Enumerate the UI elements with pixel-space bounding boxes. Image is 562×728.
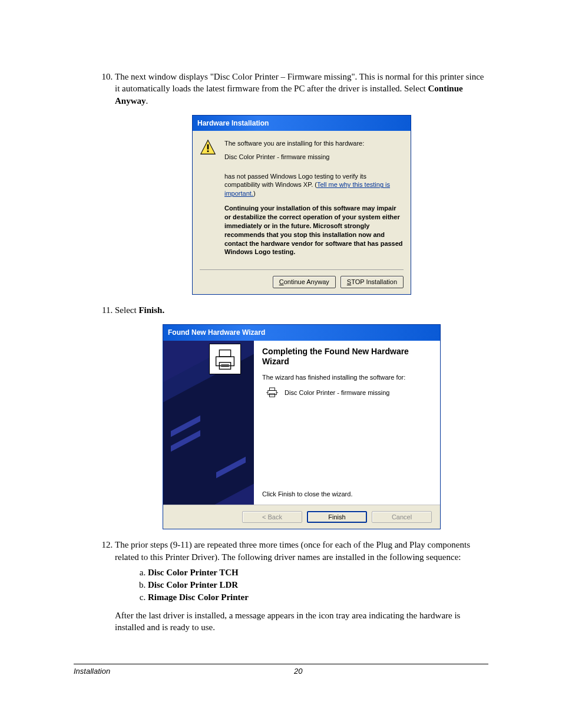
dialog1-line1: The software you are installing for this… xyxy=(224,139,404,148)
page-footer-area: Installation 20 . xyxy=(74,664,488,676)
svg-rect-9 xyxy=(270,388,275,391)
wizard-heading: Completing the Found New Hardware Wizard xyxy=(262,347,431,367)
step-10-after: . xyxy=(146,96,148,106)
dialog1-divider xyxy=(200,269,404,270)
dialog1-wrap: Hardware Installation The software you a… xyxy=(115,115,488,295)
sub-item-c: Rimage Disc Color Printer xyxy=(148,591,488,603)
sub-item-b: Disc Color Printer LDR xyxy=(148,579,488,591)
footer-section: Installation xyxy=(74,667,110,676)
dialog1-buttons: Continue Anyway STOP Installation xyxy=(200,276,404,288)
svg-rect-1 xyxy=(207,144,209,150)
step-12-sublist: Disc Color Printer TCH Disc Color Printe… xyxy=(115,566,488,604)
footer-page-number: 20 xyxy=(294,667,302,676)
hardware-installation-dialog: Hardware Installation The software you a… xyxy=(192,115,411,295)
dialog2-main: Completing the Found New Hardware Wizard… xyxy=(254,341,440,505)
step-12: The prior steps (9-11) are repeated thre… xyxy=(115,539,488,633)
dialog1-body: The software you are installing for this… xyxy=(193,131,411,266)
step-12-after: After the last driver is installed, a me… xyxy=(115,611,460,632)
wizard-device-name: Disc Color Printer - firmware missing xyxy=(285,388,389,397)
dialog2-wrap: Found New Hardware Wizard xyxy=(115,324,488,529)
dialog2-body: Completing the Found New Hardware Wizard… xyxy=(163,341,440,505)
dialog1-text: The software you are installing for this… xyxy=(224,139,404,261)
stop-installation-button[interactable]: STOP Installation xyxy=(340,276,404,288)
finish-button[interactable]: Finish xyxy=(307,511,367,523)
dialog1-title: Hardware Installation xyxy=(193,116,411,131)
wizard-device-row: Disc Color Printer - firmware missing xyxy=(262,387,431,398)
dialog2-title: Found New Hardware Wizard xyxy=(163,325,440,340)
cancel-button[interactable]: Cancel xyxy=(372,511,432,523)
svg-rect-10 xyxy=(270,394,275,397)
dialog1-footer: Continue Anyway STOP Installation xyxy=(193,266,411,294)
dialog2-footer: < Back Finish Cancel xyxy=(163,505,440,529)
wizard-subtext: The wizard has finished installing the s… xyxy=(262,373,431,382)
warning-icon xyxy=(200,139,217,261)
document-page: The next window displays "Disc Color Pri… xyxy=(0,0,562,696)
dialog1-device: Disc Color Printer - firmware missing xyxy=(224,153,404,162)
wizard-side-image xyxy=(163,341,254,505)
step-12-text: The prior steps (9-11) are repeated thre… xyxy=(115,540,470,561)
svg-rect-8 xyxy=(268,391,276,395)
step-11-text: Select xyxy=(115,305,138,315)
step-10: The next window displays "Disc Color Pri… xyxy=(115,71,488,295)
back-button[interactable]: < Back xyxy=(242,511,302,523)
wizard-close-hint: Click Finish to close the wizard. xyxy=(262,490,431,499)
sub-item-a: Disc Color Printer TCH xyxy=(148,566,488,578)
continue-anyway-button[interactable]: Continue Anyway xyxy=(273,276,336,288)
page-footer: Installation 20 . xyxy=(74,664,488,676)
found-new-hardware-dialog: Found New Hardware Wizard xyxy=(163,324,441,529)
step-11: Select Finish. Found New Hardware Wizard xyxy=(115,304,488,529)
dialog1-logo-test: has not passed Windows Logo testing to v… xyxy=(224,172,404,199)
step-11-bold: Finish. xyxy=(138,305,164,315)
step-list: The next window displays "Disc Color Pri… xyxy=(74,71,488,633)
printer-icon xyxy=(209,344,241,374)
svg-rect-4 xyxy=(219,350,230,357)
dialog1-warning: Continuing your installation of this sof… xyxy=(224,204,404,256)
printer-small-icon xyxy=(266,387,279,398)
svg-rect-2 xyxy=(207,150,209,152)
